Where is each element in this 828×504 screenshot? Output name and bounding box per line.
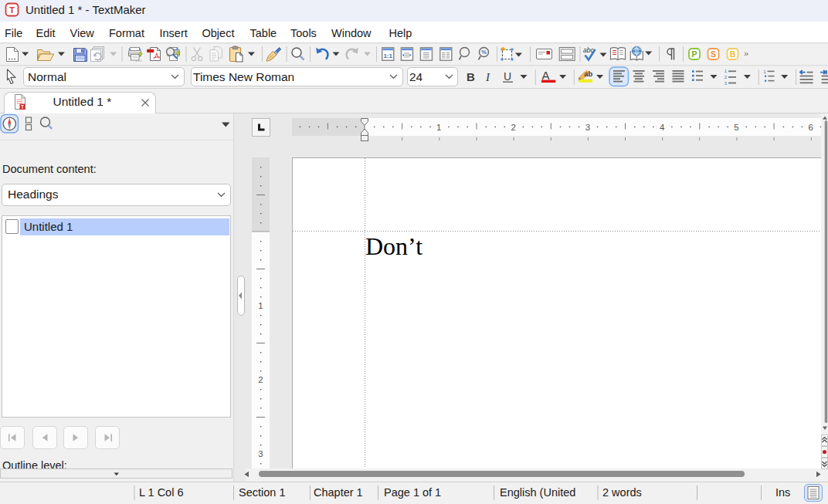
svg-text:6: 6 [809, 123, 813, 132]
svg-text:3: 3 [258, 449, 263, 458]
svg-text:2: 2 [511, 123, 515, 132]
svg-text:1: 1 [258, 301, 263, 310]
svg-text:1: 1 [436, 123, 441, 132]
svg-text:4: 4 [660, 123, 665, 132]
svg-text:5: 5 [734, 123, 738, 132]
svg-text:3: 3 [585, 123, 590, 132]
svg-text:2: 2 [258, 375, 263, 384]
